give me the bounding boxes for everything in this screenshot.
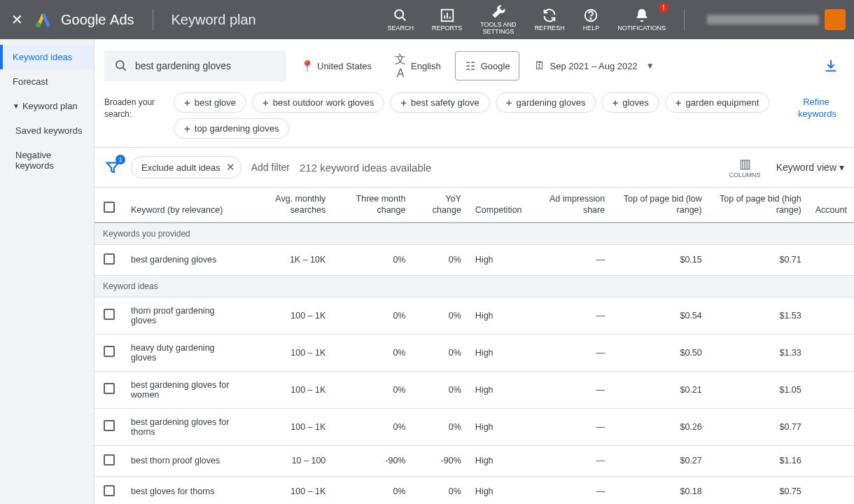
help-tool[interactable]: HELP	[575, 4, 608, 35]
sidebar-item[interactable]: Forecast	[0, 69, 94, 94]
broaden-pill[interactable]: +gardening gloves	[496, 92, 596, 113]
location-chip[interactable]: 📍 United States	[292, 51, 380, 80]
account-label-masked	[707, 15, 819, 24]
close-icon[interactable]: ✕	[8, 8, 26, 31]
network-icon: ☷	[464, 59, 477, 73]
refine-keywords-link[interactable]: Refine keywords	[788, 92, 844, 125]
language-label: English	[411, 61, 441, 71]
col-keyword[interactable]: Keyword (by relevance)	[124, 188, 246, 223]
keyword-view-dropdown[interactable]: Keyword view ▾	[776, 162, 844, 173]
search-input-wrapper[interactable]	[104, 50, 286, 81]
row-checkbox[interactable]	[104, 253, 115, 265]
sidebar-item-label: Saved keywords	[15, 125, 82, 136]
cell-bid-low: $0.54	[612, 297, 709, 334]
active-filter-chip[interactable]: Exclude adult ideas ✕	[131, 156, 241, 178]
caret-down-icon: ▼	[13, 102, 20, 110]
page-title: Keyword plan	[172, 12, 256, 28]
col-three-month[interactable]: Three month change	[332, 188, 412, 223]
network-chip[interactable]: ☷ Google	[455, 51, 519, 80]
cell-three-month: -90%	[332, 445, 412, 476]
broaden-pill[interactable]: +best outdoor work gloves	[252, 92, 384, 113]
tool-label: TOOLS ANDSETTINGS	[480, 22, 516, 36]
network-label: Google	[481, 61, 510, 71]
language-chip[interactable]: 文A English	[386, 51, 449, 80]
broaden-row: Broaden your search: +best glove+best ou…	[94, 88, 854, 148]
row-checkbox[interactable]	[104, 485, 115, 496]
cell-impression: —	[529, 297, 612, 334]
svg-point-9	[116, 61, 124, 69]
search-icon	[114, 59, 128, 73]
cell-three-month: 0%	[332, 371, 412, 408]
col-yoy[interactable]: YoY change	[412, 188, 468, 223]
cell-bid-high: $1.16	[709, 445, 808, 476]
add-filter-button[interactable]: Add filter	[251, 162, 290, 173]
remove-filter-icon[interactable]: ✕	[226, 161, 235, 174]
tool-label: HELP	[583, 25, 600, 32]
pill-label: gardening gloves	[516, 97, 585, 108]
date-range-chip[interactable]: 🗓 Sep 2021 – Aug 2022 ▼	[525, 51, 663, 80]
notification-badge: !	[659, 3, 668, 13]
results-count: 212 keyword ideas available	[300, 162, 431, 174]
filter-chip-label: Exclude adult ideas	[141, 162, 220, 173]
broaden-pill[interactable]: +best safety glove	[390, 92, 489, 113]
row-checkbox[interactable]	[104, 346, 115, 357]
select-all-checkbox[interactable]	[104, 202, 115, 213]
cell-competition: High	[468, 445, 529, 476]
row-checkbox[interactable]	[104, 309, 115, 320]
report-tool[interactable]: REPORTS	[424, 4, 470, 35]
cell-avg: 100 – 1K	[246, 297, 333, 334]
avatar[interactable]	[825, 9, 846, 30]
filter-icon[interactable]: 1	[104, 159, 121, 176]
columns-icon: ▥	[739, 156, 751, 172]
col-account[interactable]: Account	[808, 188, 854, 223]
account-block[interactable]	[707, 9, 846, 30]
search-input[interactable]	[135, 60, 276, 71]
row-checkbox[interactable]	[104, 383, 115, 394]
col-competition[interactable]: Competition	[468, 188, 529, 223]
sidebar-item[interactable]: Negative keywords	[0, 143, 94, 178]
col-bid-low[interactable]: Top of page bid (low range)	[612, 188, 709, 223]
keywords-table: Keyword (by relevance) Avg. monthly sear…	[94, 188, 854, 504]
col-bid-high[interactable]: Top of page bid (high range)	[709, 188, 808, 223]
refresh-tool[interactable]: REFRESH	[526, 4, 573, 35]
cell-yoy: 0%	[412, 408, 468, 445]
broaden-pill[interactable]: +best glove	[174, 92, 246, 113]
sidebar-item[interactable]: Keyword ideas	[0, 45, 94, 69]
col-impression[interactable]: Ad impression share	[529, 188, 612, 223]
search-tool[interactable]: SEARCH	[379, 4, 422, 35]
wrench-tool[interactable]: TOOLS ANDSETTINGS	[472, 1, 524, 38]
col-avg[interactable]: Avg. monthly searches	[246, 188, 333, 223]
google-ads-logo-icon	[34, 10, 52, 29]
tool-label: REPORTS	[432, 25, 462, 32]
sidebar-item[interactable]: ▼Keyword plan	[0, 94, 94, 118]
sidebar: Keyword ideasForecast▼Keyword planSaved …	[0, 39, 94, 504]
row-checkbox[interactable]	[104, 420, 115, 431]
download-icon[interactable]	[818, 52, 844, 79]
cell-competition: High	[468, 334, 529, 371]
app-header: ✕ Google Ads Keyword plan SEARCHREPORTST…	[0, 0, 854, 39]
sidebar-item[interactable]: Saved keywords	[0, 118, 94, 143]
cell-three-month: 0%	[332, 297, 412, 334]
broaden-pill[interactable]: +garden equipment	[665, 92, 770, 113]
cell-impression: —	[529, 334, 612, 371]
svg-point-8	[591, 18, 592, 19]
location-label: United States	[317, 61, 372, 71]
cell-three-month: 0%	[332, 408, 412, 445]
broaden-pill[interactable]: +gloves	[601, 92, 659, 113]
columns-label: COLUMNS	[729, 172, 761, 178]
brand-text: Google Ads	[61, 12, 134, 28]
report-icon	[440, 7, 455, 24]
cell-bid-high: $0.71	[709, 244, 808, 275]
cell-bid-low: $0.27	[612, 445, 709, 476]
plus-icon: +	[612, 97, 618, 108]
table-row: best thorn proof gloves10 – 100-90%-90%H…	[94, 445, 854, 476]
bell-tool[interactable]: NOTIFICATIONS!	[609, 4, 674, 35]
row-checkbox[interactable]	[104, 454, 115, 465]
cell-yoy: 0%	[412, 334, 468, 371]
pill-label: best outdoor work gloves	[273, 97, 374, 108]
svg-point-0	[36, 22, 41, 27]
broaden-pill[interactable]: +top gardening gloves	[174, 118, 289, 139]
plus-icon: +	[184, 97, 190, 108]
table-row: best gardening gloves for women100 – 1K0…	[94, 371, 854, 408]
columns-button[interactable]: ▥ COLUMNS	[729, 156, 761, 178]
